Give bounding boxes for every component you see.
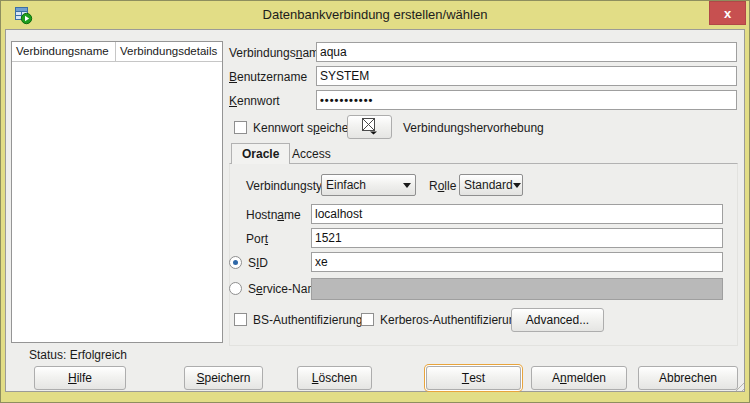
port-label: Port: [246, 232, 268, 246]
sid-label: SID: [248, 256, 268, 270]
close-button[interactable]: x: [709, 1, 746, 25]
loeschen-button[interactable]: Löschen: [297, 366, 372, 390]
column-header-verbindungsdetails[interactable]: Verbindungsdetails: [116, 42, 222, 62]
advanced-button[interactable]: Advanced...: [511, 308, 604, 332]
title-bar[interactable]: Datenbankverbindung erstellen/wählen x: [1, 1, 749, 29]
kerberos-auth-label: Kerberos-Authentifizierung: [380, 313, 522, 327]
chevron-down-icon: [403, 183, 411, 188]
port-input[interactable]: [311, 228, 723, 248]
benutzername-input[interactable]: [316, 66, 737, 86]
color-swatch-none-icon: [360, 117, 380, 138]
bs-auth-checkbox[interactable]: [234, 313, 247, 326]
verbindungsname-label: Verbindungsname: [229, 46, 326, 60]
hostname-label: Hostname: [246, 208, 301, 222]
anmelden-button[interactable]: Anmelden: [531, 366, 627, 390]
sid-radio[interactable]: [229, 256, 242, 269]
kennwort-speichern-checkbox[interactable]: [234, 121, 247, 134]
dialog-window: Datenbankverbindung erstellen/wählen x V…: [0, 0, 750, 403]
hilfe-button[interactable]: Hilfe: [34, 366, 126, 390]
rolle-value: Standard: [464, 178, 513, 192]
bs-auth-label: BS-Authentifizierung: [253, 313, 362, 327]
connection-list[interactable]: Verbindungsname Verbindungsdetails: [11, 41, 223, 343]
rolle-label: Rolle: [429, 179, 456, 193]
chevron-down-icon: [513, 183, 521, 188]
test-button[interactable]: Test: [426, 366, 521, 390]
verbindungstyp-dropdown[interactable]: Einfach: [321, 174, 416, 196]
sid-input[interactable]: [311, 252, 723, 272]
service-name-radio[interactable]: [229, 282, 242, 295]
kennwort-input[interactable]: [316, 90, 737, 110]
verbindungshervorhebung-label: Verbindungshervorhebung: [403, 121, 544, 135]
tab-access[interactable]: Access: [282, 143, 341, 164]
verbindungsname-input[interactable]: [316, 42, 737, 62]
status-text: Status: Erfolgreich: [29, 348, 127, 362]
verbindungshervorhebung-color-button[interactable]: [347, 115, 392, 139]
service-name-input: [311, 278, 723, 300]
kennwort-label: Kennwort: [229, 94, 280, 108]
rolle-dropdown[interactable]: Standard: [459, 174, 523, 196]
kennwort-speichern-label: Kennwort speichern: [253, 121, 359, 135]
dialog-title: Datenbankverbindung erstellen/wählen: [1, 7, 749, 22]
benutzername-label: Benutzername: [229, 70, 307, 84]
tab-oracle[interactable]: Oracle: [231, 143, 290, 164]
connection-list-header: Verbindungsname Verbindungsdetails: [12, 42, 222, 62]
hostname-input[interactable]: [311, 204, 723, 224]
abbrechen-button[interactable]: Abbrechen: [638, 366, 738, 390]
verbindungstyp-value: Einfach: [326, 178, 366, 192]
kerberos-auth-checkbox[interactable]: [361, 313, 374, 326]
column-header-verbindungsname[interactable]: Verbindungsname: [12, 42, 116, 62]
verbindungstyp-label: Verbindungstyp: [246, 179, 329, 193]
speichern-button[interactable]: Speichern: [184, 366, 263, 390]
